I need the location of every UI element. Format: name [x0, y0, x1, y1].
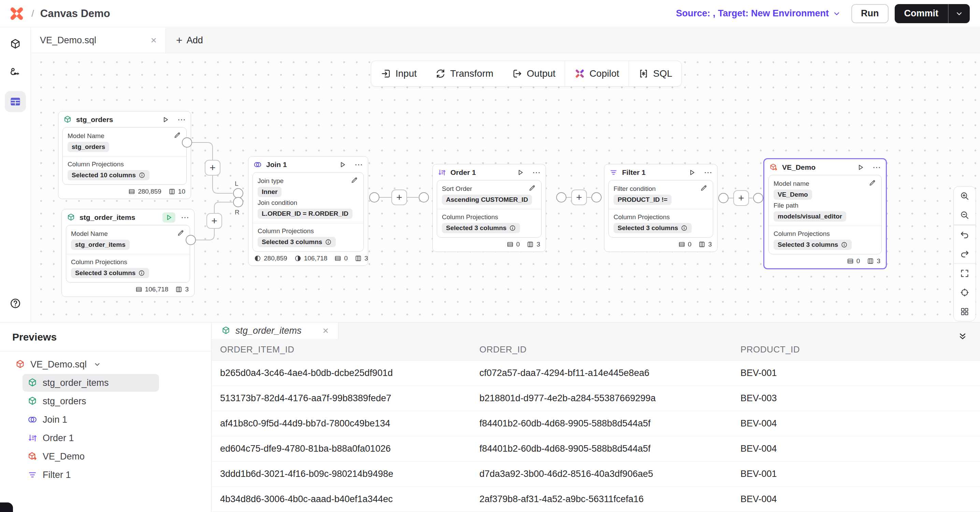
table-row[interactable]: 3ddd1b6d-3021-4f16-b09c-980214b9498e d7d…: [212, 461, 980, 487]
projections-chip[interactable]: Selected 3 columns: [614, 223, 692, 233]
run-node-button[interactable]: [514, 167, 527, 178]
table-row[interactable]: 4b34d8d6-3006-4b0c-aaad-b40ef1a344ec 2af…: [212, 487, 980, 512]
transform-button[interactable]: Transform: [426, 61, 503, 86]
edit-pencil-icon[interactable]: [869, 179, 877, 187]
help-button[interactable]: [5, 293, 26, 314]
sql-button[interactable]: SQL: [629, 61, 681, 86]
model-name-chip[interactable]: stg_order_items: [71, 239, 130, 250]
edit-pencil-icon[interactable]: [177, 229, 185, 237]
node-menu-button[interactable]: ⋯: [872, 163, 881, 171]
tree-item-join-1[interactable]: Join 1: [22, 411, 159, 428]
chevron-down-icon[interactable]: [93, 360, 101, 368]
rail-table-button[interactable]: [5, 91, 26, 112]
edit-pencil-icon[interactable]: [350, 176, 359, 184]
add-node-on-edge-button[interactable]: +: [207, 213, 222, 229]
tree-item-stg-orders[interactable]: stg_orders: [22, 392, 159, 410]
output-button[interactable]: Output: [503, 61, 565, 86]
run-node-button[interactable]: [159, 114, 172, 125]
run-node-button[interactable]: [162, 212, 175, 223]
join-venn-icon: [253, 160, 262, 169]
add-node-on-edge-button[interactable]: +: [391, 190, 407, 205]
column-header[interactable]: ORDER_ITEM_ID: [212, 339, 471, 360]
output-port-stg-orders[interactable]: [182, 137, 192, 147]
rail-lineage-button[interactable]: [5, 62, 26, 84]
add-tab-button[interactable]: + Add: [166, 28, 213, 53]
node-join-1[interactable]: Join 1 ⋯ Join type Inner Join condition …: [248, 156, 368, 266]
tree-item-filter-1[interactable]: Filter 1: [22, 466, 159, 484]
model-name-chip[interactable]: VE_Demo: [773, 190, 812, 200]
output-port-order[interactable]: [556, 192, 566, 203]
column-header[interactable]: PRODUCT_ID: [732, 339, 980, 360]
node-menu-button[interactable]: ⋯: [532, 168, 541, 177]
output-port-filter[interactable]: [718, 193, 729, 203]
input-port-ve-demo[interactable]: [753, 193, 763, 203]
add-node-on-edge-button[interactable]: +: [205, 160, 220, 176]
canvas[interactable]: Input Transform Output Copilot SQL: [31, 53, 980, 322]
edit-pencil-icon[interactable]: [700, 184, 708, 192]
node-order-1[interactable]: Order 1 ⋯ Sort Order Ascending CUSTOMER_…: [432, 164, 546, 252]
output-port-stg-order-items[interactable]: [186, 235, 196, 245]
table-row[interactable]: b265d0a4-3c46-4ae4-b0db-dcbe25df901d cf0…: [212, 360, 980, 386]
layout-grid-button[interactable]: [954, 302, 975, 321]
table-row[interactable]: 513173b7-82d4-4176-aa7f-99b8389fede7 b21…: [212, 386, 980, 411]
input-port-order[interactable]: [419, 192, 429, 203]
projections-chip[interactable]: Selected 3 columns: [71, 268, 149, 278]
tree-item-ve-demo[interactable]: VE_Demo: [22, 448, 159, 465]
tree-item-stg-order-items[interactable]: stg_order_items: [22, 374, 159, 392]
node-stg-order-items[interactable]: stg_order_items ⋯ Model Name stg_order_i…: [61, 209, 194, 297]
node-ve-demo[interactable]: VE_Demo ⋯ Model name VE_Demo File path m…: [763, 158, 887, 269]
run-node-button[interactable]: [336, 160, 349, 170]
join-condition-chip[interactable]: L.ORDER_ID = R.ORDER_ID: [258, 209, 353, 219]
table-row[interactable]: ed604c75-dfe9-4780-81ba-b88a0fa01026 f84…: [212, 436, 980, 461]
input-port-join-right[interactable]: [233, 197, 243, 207]
node-menu-button[interactable]: ⋯: [355, 160, 363, 169]
tree-item-order-1[interactable]: Order 1: [22, 429, 159, 447]
projections-chip[interactable]: Selected 10 columns: [68, 170, 150, 180]
tree-item-ve-demo-sql[interactable]: VE_Demo.sql: [10, 355, 203, 373]
zoom-in-button[interactable]: [954, 187, 975, 206]
run-button[interactable]: Run: [851, 4, 888, 23]
close-preview-tab-icon[interactable]: ×: [323, 325, 329, 336]
projections-chip[interactable]: Selected 3 columns: [442, 223, 520, 233]
tab-ve-demo-sql[interactable]: VE_Demo.sql ×: [31, 28, 166, 53]
collapse-panel-button[interactable]: [958, 331, 968, 342]
run-node-button[interactable]: [854, 162, 867, 173]
join-type-chip[interactable]: Inner: [258, 187, 282, 197]
redo-button[interactable]: [954, 244, 975, 263]
node-menu-button[interactable]: ⋯: [704, 168, 713, 177]
table-row[interactable]: af41b8c0-9f5d-44d9-bb7d-7800c49be134 f84…: [212, 411, 980, 436]
undo-button[interactable]: [954, 225, 975, 244]
node-stg-orders[interactable]: stg_orders ⋯ Model Name stg_orders Colum…: [58, 111, 191, 199]
dbt-logo-icon[interactable]: [9, 6, 25, 21]
locate-button[interactable]: [954, 283, 975, 302]
input-port-filter[interactable]: [591, 192, 601, 203]
add-node-on-edge-button[interactable]: +: [733, 190, 749, 206]
sort-order-chip[interactable]: Ascending CUSTOMER_ID: [442, 195, 532, 205]
rail-models-button[interactable]: [5, 34, 26, 55]
commit-split-button[interactable]: Commit: [895, 4, 970, 23]
projections-chip[interactable]: Selected 3 columns: [258, 237, 336, 247]
copilot-button[interactable]: Copilot: [565, 61, 628, 86]
model-name-chip[interactable]: stg_orders: [68, 142, 109, 152]
input-button[interactable]: Input: [371, 61, 426, 86]
environment-selector[interactable]: Source: , Target: New Environment: [676, 8, 841, 19]
commit-button[interactable]: Commit: [895, 4, 949, 23]
node-menu-button[interactable]: ⋯: [181, 213, 189, 222]
fit-view-button[interactable]: [954, 264, 975, 283]
commit-dropdown-button[interactable]: [948, 4, 970, 23]
file-path-chip[interactable]: models/visual_editor: [773, 211, 846, 222]
node-menu-button[interactable]: ⋯: [177, 116, 186, 124]
output-port-join[interactable]: [369, 192, 379, 203]
run-node-button[interactable]: [686, 167, 698, 178]
preview-tab-stg-order-items[interactable]: stg_order_items ×: [212, 322, 339, 339]
edit-pencil-icon[interactable]: [528, 184, 536, 192]
close-tab-icon[interactable]: ×: [151, 35, 157, 45]
filter-condition-chip[interactable]: PRODUCT_ID !=: [614, 195, 671, 205]
edit-pencil-icon[interactable]: [173, 131, 181, 139]
add-node-on-edge-button[interactable]: +: [571, 190, 587, 205]
column-header[interactable]: ORDER_ID: [471, 339, 732, 360]
node-filter-1[interactable]: Filter 1 ⋯ Filter condition PRODUCT_ID !…: [604, 164, 718, 252]
previews-title: Previews: [0, 322, 211, 352]
zoom-out-button[interactable]: [954, 206, 975, 225]
projections-chip[interactable]: Selected 3 columns: [773, 239, 852, 250]
